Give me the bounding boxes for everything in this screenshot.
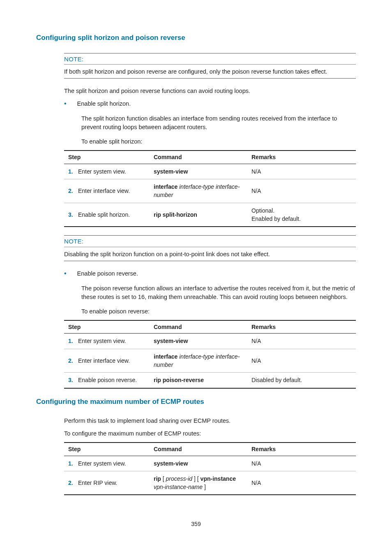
bullet-description: The poison reverse function allows an in… xyxy=(81,284,356,301)
step-number: 2. xyxy=(64,479,78,487)
table-row: 2.Enter interface view.interface interfa… xyxy=(64,349,356,373)
step-desc: Enter system view. xyxy=(78,459,126,468)
table-header-row: Step Command Remarks xyxy=(64,443,356,456)
col-command: Command xyxy=(154,151,251,164)
step-number: 3. xyxy=(64,211,78,219)
bullet-label: Enable poison reverse. xyxy=(77,269,356,278)
command-cell: interface interface-type interface-numbe… xyxy=(154,179,251,203)
col-step: Step xyxy=(64,320,154,334)
command-cell: interface interface-type interface-numbe… xyxy=(154,349,251,373)
table-row: 3.Enable poison reverse.rip poison-rever… xyxy=(64,373,356,388)
col-remarks: Remarks xyxy=(251,320,356,334)
bullet-icon: • xyxy=(64,100,67,108)
bullet-item-poison-reverse: • Enable poison reverse. xyxy=(64,269,356,278)
command-cell: rip [ process-id ] [ vpn-instance vpn-in… xyxy=(154,471,251,495)
remarks-cell: N/A xyxy=(251,456,356,471)
command-cell: system-view xyxy=(154,334,251,349)
step-desc: Enter interface view. xyxy=(78,187,130,195)
section-heading-ecmp: Configuring the maximum number of ECMP r… xyxy=(36,397,356,407)
col-step: Step xyxy=(64,151,154,164)
note-label: NOTE: xyxy=(64,53,356,65)
remarks-cell: N/A xyxy=(251,471,356,495)
step-desc: Enter system view. xyxy=(78,167,126,176)
table-row: 1.Enter system view.system-viewN/A xyxy=(64,164,356,179)
table-row: 2.Enter interface view.interface interfa… xyxy=(64,179,356,203)
table-poison-reverse: Step Command Remarks 1.Enter system view… xyxy=(64,320,356,388)
table-header-row: Step Command Remarks xyxy=(64,320,356,334)
step-desc: Enter interface view. xyxy=(78,357,130,365)
remarks-cell: N/A xyxy=(251,179,356,203)
note-text: Disabling the split horizon function on … xyxy=(64,249,356,261)
step-number: 1. xyxy=(64,337,78,345)
bullet-lead: To enable split horizon: xyxy=(81,137,356,146)
bullet-label: Enable split horizon. xyxy=(77,100,356,108)
step-number: 2. xyxy=(64,357,78,365)
intro-text: Perform this task to implement load shar… xyxy=(64,417,356,425)
step-desc: Enter RIP view. xyxy=(78,479,117,487)
col-remarks: Remarks xyxy=(251,151,356,164)
bullet-icon: • xyxy=(64,269,67,278)
step-desc: Enable split horizon. xyxy=(78,211,130,219)
intro-text: The split horizon and poison reverse fun… xyxy=(64,87,356,95)
remarks-cell: Disabled by default. xyxy=(251,373,356,388)
note-label: NOTE: xyxy=(64,235,356,247)
col-command: Command xyxy=(154,443,251,456)
step-number: 1. xyxy=(64,459,78,468)
table-row: 1.Enter system view.system-viewN/A xyxy=(64,456,356,471)
bullet-item-split-horizon: • Enable split horizon. xyxy=(64,100,356,108)
section-heading-split-horizon: Configuring split horizon and poison rev… xyxy=(36,33,356,43)
step-number: 1. xyxy=(64,167,78,176)
table-split-horizon: Step Command Remarks 1.Enter system view… xyxy=(64,150,356,227)
step-desc: Enter system view. xyxy=(78,337,126,345)
table-ecmp: Step Command Remarks 1.Enter system view… xyxy=(64,442,356,495)
command-cell: system-view xyxy=(154,164,251,179)
note-block-1: NOTE: If both split horizon and poison r… xyxy=(64,53,356,79)
step-number: 2. xyxy=(64,187,78,195)
command-cell: rip poison-reverse xyxy=(154,373,251,388)
bullet-description: The split horizon function disables an i… xyxy=(81,114,356,132)
col-command: Command xyxy=(154,320,251,334)
command-cell: system-view xyxy=(154,456,251,471)
remarks-cell: N/A xyxy=(251,164,356,179)
command-cell: rip split-horizon xyxy=(154,203,251,227)
lead-text: To configure the maximum number of ECMP … xyxy=(64,429,356,438)
step-number: 3. xyxy=(64,376,78,384)
note-text: If both split horizon and poison reverse… xyxy=(64,66,356,79)
table-row: 2.Enter RIP view.rip [ process-id ] [ vp… xyxy=(64,471,356,495)
remarks-cell: N/A xyxy=(251,349,356,373)
note-block-2: NOTE: Disabling the split horizon functi… xyxy=(64,235,356,261)
table-header-row: Step Command Remarks xyxy=(64,151,356,164)
table-row: 3.Enable split horizon.rip split-horizon… xyxy=(64,203,356,227)
remarks-cell: Optional. Enabled by default. xyxy=(251,203,356,227)
remarks-cell: N/A xyxy=(251,334,356,349)
page-number: 359 xyxy=(36,520,356,528)
col-step: Step xyxy=(64,443,154,456)
bullet-lead: To enable poison reverse: xyxy=(81,307,356,316)
col-remarks: Remarks xyxy=(251,443,356,456)
step-desc: Enable poison reverse. xyxy=(78,376,137,384)
table-row: 1.Enter system view.system-viewN/A xyxy=(64,334,356,349)
